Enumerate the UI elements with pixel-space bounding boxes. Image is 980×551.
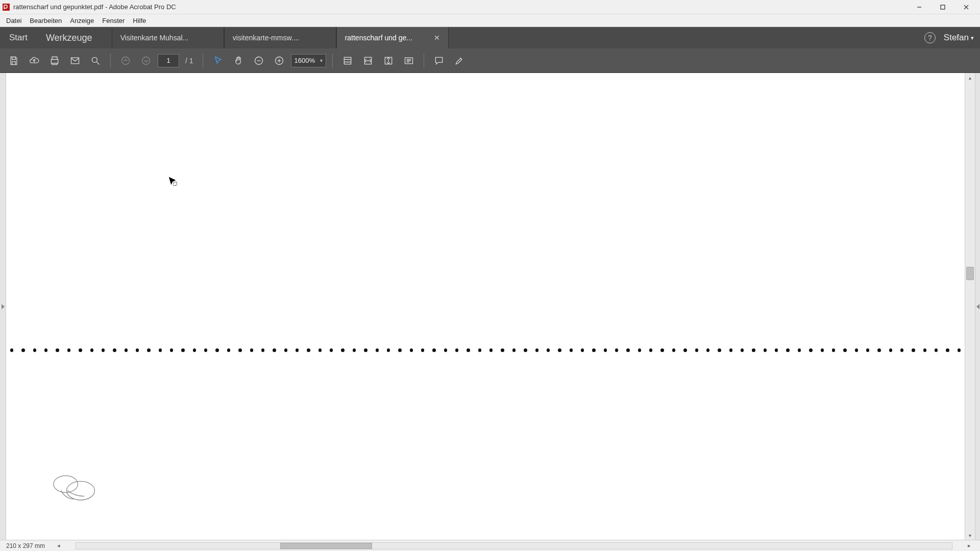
scroll-thumb[interactable] <box>966 267 974 280</box>
cloud-upload-icon[interactable] <box>26 52 43 69</box>
status-bar: 210 x 297 mm ◂ ▸ <box>0 540 980 551</box>
chevron-down-icon: ▾ <box>971 35 974 41</box>
svg-rect-2 <box>941 5 945 9</box>
doc-tab-label: rattenscharf und ge... <box>345 34 412 42</box>
close-tab-icon[interactable]: ✕ <box>429 34 440 42</box>
tab-row: Start Werkzeuge Visitenkarte Muhsal... v… <box>0 27 980 48</box>
hand-tool-icon[interactable] <box>230 52 247 69</box>
menu-fenster[interactable]: Fenster <box>98 16 129 26</box>
svg-rect-21 <box>174 182 177 185</box>
page-dimensions-label: 210 x 297 mm <box>6 542 45 549</box>
page-down-icon[interactable] <box>137 52 155 69</box>
chevron-down-icon: ▾ <box>320 58 323 63</box>
scroll-up-icon[interactable]: ▴ <box>965 73 975 82</box>
svg-rect-0 <box>3 4 10 11</box>
mouse-cursor-icon <box>167 176 179 187</box>
comment-icon[interactable] <box>430 52 448 69</box>
chevron-right-icon <box>2 304 5 309</box>
doc-tab-0[interactable]: Visitenkarte Muhsal... <box>112 27 224 48</box>
menu-anzeige[interactable]: Anzeige <box>66 16 98 26</box>
scroll-right-icon[interactable]: ▸ <box>965 542 974 549</box>
svg-rect-15 <box>344 57 351 64</box>
highlight-icon[interactable] <box>451 52 468 69</box>
title-bar: rattenscharf und gepunktet.pdf - Adobe A… <box>0 0 980 14</box>
zoom-value: 1600% <box>295 57 315 64</box>
search-icon[interactable] <box>87 52 104 69</box>
fit-width-icon[interactable] <box>359 52 377 69</box>
user-name-label: Stefan <box>944 33 969 43</box>
scroll-thumb[interactable] <box>280 543 372 549</box>
minimize-button[interactable] <box>908 0 931 14</box>
help-icon[interactable]: ? <box>924 32 936 43</box>
maximize-button[interactable] <box>931 0 954 14</box>
page-up-icon[interactable] <box>117 52 134 69</box>
svg-line-7 <box>97 62 100 64</box>
print-icon[interactable] <box>46 52 63 69</box>
menu-hilfe[interactable]: Hilfe <box>129 16 150 26</box>
right-panel-handle[interactable] <box>975 73 980 540</box>
doc-tab-2[interactable]: rattenscharf und ge... ✕ <box>336 27 449 48</box>
window-title: rattenscharf und gepunktet.pdf - Adobe A… <box>13 3 176 11</box>
horizontal-scrollbar[interactable] <box>76 542 952 549</box>
scroll-down-icon[interactable]: ▾ <box>965 531 975 540</box>
tab-start[interactable]: Start <box>0 27 37 48</box>
menu-bar: Datei Bearbeiten Anzeige Fenster Hilfe <box>0 14 980 27</box>
menu-bearbeiten[interactable]: Bearbeiten <box>26 16 66 26</box>
butterfly-graphic <box>47 468 103 509</box>
page-number-input[interactable] <box>158 54 179 67</box>
scroll-left-icon[interactable]: ◂ <box>54 542 63 549</box>
tab-tools[interactable]: Werkzeuge <box>37 27 102 48</box>
close-button[interactable] <box>954 0 978 14</box>
zoom-out-icon[interactable] <box>250 52 267 69</box>
zoom-select[interactable]: 1600% ▾ <box>291 54 326 67</box>
doc-tab-label: visitenkarte-mmsw.... <box>233 34 300 42</box>
selection-tool-icon[interactable] <box>209 52 227 69</box>
svg-point-6 <box>92 57 97 62</box>
mail-icon[interactable] <box>66 52 84 69</box>
doc-tab-1[interactable]: visitenkarte-mmsw.... <box>224 27 336 48</box>
svg-point-9 <box>142 57 150 64</box>
page-total-label: / 1 <box>185 57 193 65</box>
main-area: ▴ ▾ <box>0 73 980 540</box>
toolbar: / 1 1600% ▾ <box>0 48 980 73</box>
dotted-line-graphic <box>10 348 961 353</box>
zoom-in-icon[interactable] <box>271 52 288 69</box>
document-view[interactable] <box>6 73 965 540</box>
fit-height-icon[interactable] <box>380 52 397 69</box>
svg-point-8 <box>122 57 130 64</box>
chevron-left-icon <box>976 304 979 309</box>
user-menu[interactable]: Stefan ▾ <box>944 33 974 43</box>
app-icon <box>2 3 10 11</box>
reading-mode-icon[interactable] <box>400 52 418 69</box>
save-icon[interactable] <box>5 52 22 69</box>
svg-point-19 <box>54 475 78 492</box>
left-panel-handle[interactable] <box>0 73 6 540</box>
fit-page-icon[interactable] <box>339 52 356 69</box>
vertical-scrollbar[interactable]: ▴ ▾ <box>965 73 975 540</box>
svg-point-20 <box>67 481 95 500</box>
menu-datei[interactable]: Datei <box>2 16 26 26</box>
doc-tab-label: Visitenkarte Muhsal... <box>120 34 189 42</box>
